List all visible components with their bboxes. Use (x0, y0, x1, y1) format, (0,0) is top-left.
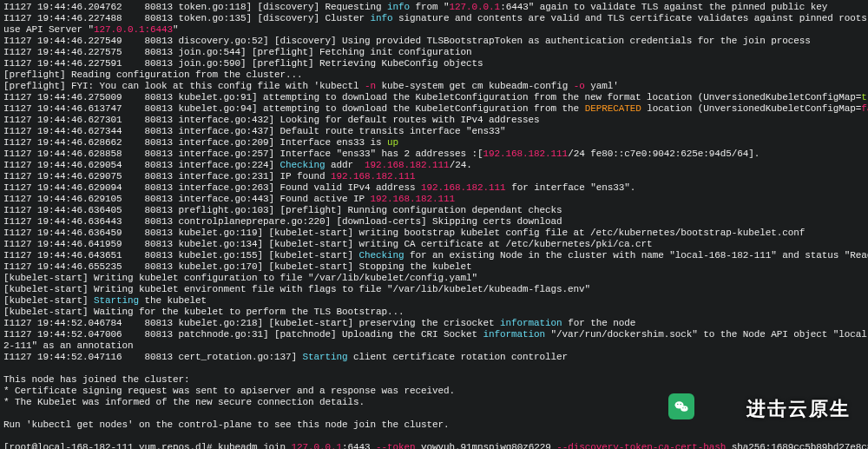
svg-point-4 (682, 407, 683, 408)
log-line: I1127 19:44:46.629094 80813 interface.go… (3, 182, 865, 194)
command-line[interactable]: [root@local-168-182-111 yum.repos.d]# ku… (3, 442, 865, 449)
log-line: [preflight] FYI: You can look at this co… (3, 81, 865, 92)
log-line: I1127 19:44:46.643651 80813 kubelet.go:1… (3, 250, 865, 261)
svg-point-3 (680, 404, 681, 406)
log-line: I1127 19:44:52.046784 80813 kubelet.go:2… (3, 318, 865, 329)
log-line: This node has joined the cluster: (3, 374, 865, 386)
log-line: I1127 19:44:46.641959 80813 kubelet.go:1… (3, 239, 865, 250)
flag-discovery-hash: --discovery-token-ca-cert-hash (556, 442, 726, 449)
log-line: [kubelet-start] Starting the kubelet (3, 295, 865, 307)
log-line: * The Kubelet was informed of the new se… (3, 397, 865, 408)
log-line: I1127 19:44:46.627344 80813 interface.go… (3, 126, 865, 137)
log-line: I1127 19:44:46.227591 80813 join.go:590]… (3, 58, 865, 69)
log-line: I1127 19:44:46.629105 80813 interface.go… (3, 194, 865, 205)
svg-point-5 (685, 407, 686, 408)
watermark-text: 进击云原生 (746, 403, 851, 414)
log-line: [kubelet-start] Writing kubelet configur… (3, 273, 865, 284)
log-line: I1127 19:44:46.613747 80813 kubelet.go:9… (3, 103, 865, 115)
log-line: [preflight] Reading configuration from t… (3, 69, 865, 81)
token-value: vowvuh.91mnspiwg80z6229 (416, 442, 557, 449)
log-line: I1127 19:44:52.047116 80813 cert_rotatio… (3, 352, 865, 363)
log-line (3, 408, 865, 419)
flag-token: --token (376, 442, 416, 449)
hash-value: sha256:1689cc5b89bd27e8c8d0165 (726, 442, 868, 449)
log-line: I1127 19:44:46.628858 80813 interface.go… (3, 149, 865, 160)
terminal-output: I1127 19:44:46.204762 80813 token.go:118… (0, 0, 868, 449)
log-line: I1127 19:44:46.227575 80813 join.go:544]… (3, 47, 865, 58)
log-line: 2-111" as an annotation (3, 340, 865, 352)
log-line: I1127 19:44:46.204762 80813 token.go:118… (3, 2, 865, 13)
log-line: I1127 19:44:46.275009 80813 kubelet.go:9… (3, 92, 865, 103)
shell-prompt: [root@local-168-182-111 yum.repos.d]# (3, 442, 218, 449)
wechat-icon (668, 393, 694, 419)
log-line: * Certificate signing request was sent t… (3, 386, 865, 397)
log-line: I1127 19:44:46.227549 80813 discovery.go… (3, 36, 865, 47)
log-line: I1127 19:44:46.628662 80813 interface.go… (3, 137, 865, 149)
log-line: I1127 19:44:46.627301 80813 interface.go… (3, 115, 865, 126)
log-line: [kubelet-start] Waiting for the kubelet … (3, 307, 865, 318)
log-line: I1127 19:44:46.636459 80813 kubelet.go:1… (3, 228, 865, 239)
log-line: I1127 19:44:46.636405 80813 preflight.go… (3, 205, 865, 216)
log-line (3, 431, 865, 442)
log-line (3, 363, 865, 374)
log-line: I1127 19:44:46.636443 80813 controlplane… (3, 216, 865, 228)
svg-point-2 (677, 404, 679, 406)
log-line: I1127 19:44:46.629054 80813 interface.go… (3, 160, 865, 171)
log-line: use API Server "127.0.0.1:6443" (3, 24, 865, 36)
log-line: Run 'kubectl get nodes' on the control-p… (3, 419, 865, 431)
log-line: I1127 19:44:46.629075 80813 interface.go… (3, 171, 865, 182)
log-line: I1127 19:44:46.227488 80813 token.go:135… (3, 13, 865, 24)
log-line: [kubelet-start] Writing kubelet environm… (3, 284, 865, 295)
log-line: I1127 19:44:46.655235 80813 kubelet.go:1… (3, 261, 865, 273)
svg-point-1 (681, 406, 687, 412)
join-address: 127.0.0.1 (292, 442, 343, 449)
cmd-kubeadm: kubeadm join (218, 442, 292, 449)
log-line: I1127 19:44:52.047006 80813 patchnode.go… (3, 329, 865, 340)
